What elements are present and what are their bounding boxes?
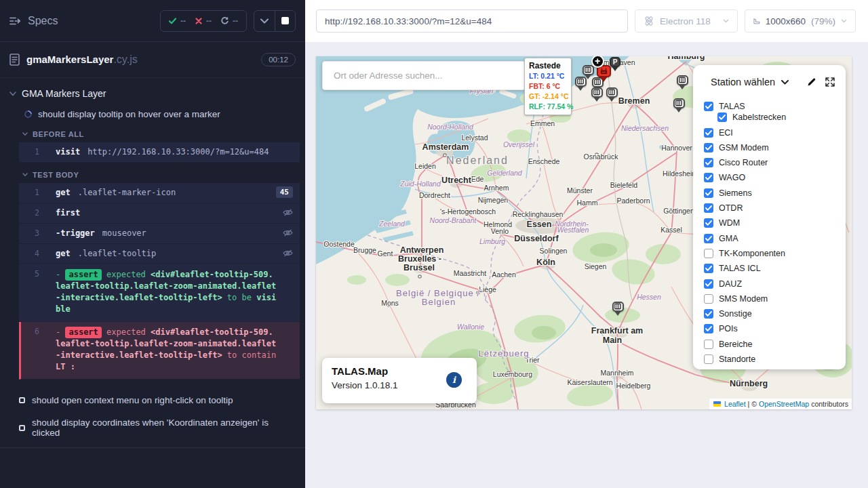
station-label: WDM: [719, 218, 740, 228]
command-row[interactable]: 1get.leaflet-marker-icon45: [19, 183, 300, 203]
checkbox-checked[interactable]: [704, 188, 713, 198]
station-item-siemens[interactable]: Siemens: [704, 188, 846, 198]
checkbox-checked[interactable]: [704, 143, 713, 152]
chevron-down-icon: [723, 19, 729, 23]
url-input[interactable]: [316, 9, 628, 33]
ukraine-flag-icon: [713, 401, 721, 407]
map-label: Utrecht: [441, 176, 472, 185]
map-search-input[interactable]: [322, 61, 526, 90]
station-item-bereiche[interactable]: Bereiche: [704, 340, 846, 349]
station-item-talas[interactable]: TALAS: [704, 102, 846, 111]
checkbox-checked[interactable]: [704, 203, 713, 213]
gma-marker-active[interactable]: [597, 65, 611, 86]
station-select-label[interactable]: Station wählen: [711, 77, 775, 87]
viewport-select[interactable]: 1000x660 (79%): [745, 9, 856, 33]
viewport-zoom: (79%): [811, 16, 835, 26]
pending-test-row[interactable]: should open context menu on right-click …: [0, 389, 305, 411]
station-item-wdm[interactable]: WDM: [704, 218, 846, 228]
station-panel-header: Station wählen: [704, 73, 846, 91]
station-item-cisco-router[interactable]: Cisco Router: [704, 158, 846, 167]
station-item-talas-icl[interactable]: TALAS ICL: [704, 264, 846, 273]
command-row[interactable]: 2first: [19, 203, 300, 224]
stop-icon: [281, 17, 289, 24]
spec-file-row[interactable]: gmaMarkersLayer.cy.js 00:12: [0, 42, 305, 78]
chevron-down-icon[interactable]: [781, 80, 789, 85]
station-item-pois[interactable]: POIs: [704, 324, 846, 333]
checkbox-checked[interactable]: [704, 279, 713, 289]
command-list: 1visithttp://192.168.10.33:3000/?m=12&u=…: [19, 142, 300, 163]
checkbox-unchecked[interactable]: [704, 340, 713, 349]
station-item-sms-modem[interactable]: SMS Modem: [704, 294, 846, 304]
osm-link[interactable]: OpenStreetMap: [759, 400, 809, 408]
check-icon: [705, 175, 712, 180]
collapse-all-button[interactable]: [254, 11, 275, 31]
spec-extension: .cy.js: [113, 54, 137, 65]
edit-pencil-icon[interactable]: [807, 77, 816, 87]
assert-passed[interactable]: 5- assert expected <div#leaflet-tooltip-…: [19, 264, 300, 322]
station-marker[interactable]: [612, 302, 624, 319]
hook-label[interactable]: BEFORE ALL: [0, 125, 305, 142]
checkbox-checked[interactable]: [704, 128, 713, 138]
checkbox-checked[interactable]: [717, 113, 727, 122]
spec-duration-badge: 00:12: [261, 53, 296, 66]
specs-title[interactable]: Specs: [28, 15, 58, 27]
checkbox-checked[interactable]: [704, 158, 713, 167]
station-item-gsm-modem[interactable]: GSM Modem: [704, 143, 846, 152]
checkbox-checked[interactable]: [704, 264, 713, 273]
station-item-wago[interactable]: WAGO: [704, 173, 846, 182]
command-row[interactable]: 4get.leaflet-tooltip: [19, 244, 300, 264]
station-item-standorte[interactable]: Standorte: [704, 354, 846, 364]
map-label: Bruxelles -: [398, 254, 441, 264]
station-marker[interactable]: [591, 87, 603, 105]
map-label: Overijssel: [503, 140, 535, 148]
stop-run-button[interactable]: [275, 11, 295, 31]
station-item-kabelstrecken[interactable]: Kabelstrecken: [717, 113, 846, 122]
hook-label[interactable]: TEST BODY: [0, 165, 305, 183]
station-item-gma[interactable]: GMA: [704, 234, 846, 243]
map-label: Nijmegen: [478, 196, 509, 204]
station-marker[interactable]: [606, 87, 618, 105]
info-icon[interactable]: i: [446, 372, 462, 388]
checkbox-checked[interactable]: [704, 173, 713, 182]
browser-select[interactable]: Electron 118: [635, 9, 738, 33]
station-item-eci[interactable]: ECI: [704, 128, 846, 138]
checkbox-checked[interactable]: [704, 309, 713, 319]
station-item-sonstige[interactable]: Sonstige: [704, 309, 846, 319]
command-row[interactable]: 3-triggermouseover: [19, 224, 300, 244]
checkbox-unchecked[interactable]: [704, 294, 713, 304]
station-item-otdr[interactable]: OTDR: [704, 203, 846, 213]
station-marker[interactable]: [575, 77, 587, 94]
cluster-plus-marker[interactable]: +: [591, 56, 604, 68]
station-rack-icon: [608, 89, 615, 96]
fullscreen-expand-icon[interactable]: [825, 77, 835, 87]
map-label: Solingen: [540, 247, 568, 255]
assert-text: expected: [106, 327, 151, 337]
specs-menu-icon[interactable]: [9, 16, 21, 26]
map-label: Düsseldorf: [514, 234, 559, 243]
pending-test-row[interactable]: should display coordinates when 'Koordin…: [0, 411, 305, 444]
checkbox-unchecked[interactable]: [704, 354, 713, 364]
checkbox-checked[interactable]: [704, 234, 713, 243]
check-icon: [705, 266, 712, 271]
station-item-dauz[interactable]: DAUZ: [704, 279, 846, 289]
map-label: Brussel: [403, 263, 435, 272]
active-test-row[interactable]: should display tooltip on hover over a m…: [0, 104, 305, 125]
command-row[interactable]: 1visithttp://192.168.10.33:3000/?m=12&u=…: [19, 142, 300, 163]
station-marker[interactable]: [677, 75, 688, 93]
divider: [0, 447, 305, 448]
check-icon: [705, 220, 712, 226]
marker-tail: [612, 66, 618, 75]
assert-failed[interactable]: 6- assert expected <div#leaflet-tooltip-…: [19, 322, 300, 380]
checkbox-unchecked[interactable]: [704, 249, 713, 258]
marker-tooltip: Rastede LT: 0.21 °CFBT: 6 °CGT: -2.14 °C…: [524, 58, 572, 115]
checkbox-checked[interactable]: [704, 102, 713, 111]
checkbox-checked[interactable]: [704, 218, 713, 228]
command-args: .leaflet-tooltip: [78, 249, 157, 258]
station-marker[interactable]: [673, 98, 685, 116]
suite-row[interactable]: GMA Markers Layer: [0, 83, 305, 104]
checkbox-checked[interactable]: [704, 324, 713, 333]
parking-marker[interactable]: P: [610, 57, 620, 75]
tooltip-measurement-row: FBT: 6 °C: [529, 81, 567, 92]
leaflet-link[interactable]: Leaflet: [724, 400, 746, 408]
station-item-tk-komponenten[interactable]: TK-Komponenten: [704, 249, 846, 258]
